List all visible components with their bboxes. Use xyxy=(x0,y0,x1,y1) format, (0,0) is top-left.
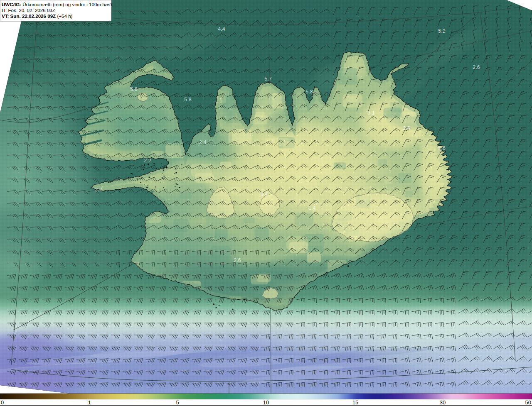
svg-text:5.6: 5.6 xyxy=(438,145,445,151)
svg-text:UWC/IG: Úrkomumætti (mm) og vi: UWC/IG: Úrkomumætti (mm) og vindur i 100… xyxy=(2,2,112,7)
svg-text:2.4: 2.4 xyxy=(199,139,206,145)
svg-text:50: 50 xyxy=(525,399,531,406)
svg-text:3.1: 3.1 xyxy=(367,110,374,116)
svg-text:5: 5 xyxy=(176,399,179,406)
svg-text:10: 10 xyxy=(263,399,269,406)
svg-text:VT: Sun. 22.02.2026 09Z (+54 h: VT: Sun. 22.02.2026 09Z (+54 h) xyxy=(2,13,73,19)
svg-text:5.8: 5.8 xyxy=(305,89,313,95)
svg-text:IT: Fös. 20. 02. 2026 03Z: IT: Fös. 20. 02. 2026 03Z xyxy=(2,7,55,13)
svg-text:5.2: 5.2 xyxy=(438,28,445,34)
svg-text:4.4: 4.4 xyxy=(218,26,225,32)
svg-text:1: 1 xyxy=(88,399,91,406)
svg-text:2.2: 2.2 xyxy=(95,187,102,193)
svg-text:5.7: 5.7 xyxy=(264,76,271,82)
svg-text:5.6: 5.6 xyxy=(130,86,137,92)
svg-text:5.8: 5.8 xyxy=(184,97,191,103)
svg-text:2.6: 2.6 xyxy=(403,125,410,131)
svg-text:1.4: 1.4 xyxy=(308,205,315,211)
svg-text:2.6: 2.6 xyxy=(234,257,241,263)
svg-text:15: 15 xyxy=(352,399,358,406)
svg-text:30: 30 xyxy=(440,399,446,406)
svg-text:1.4: 1.4 xyxy=(261,191,268,197)
svg-text:2.2: 2.2 xyxy=(144,158,151,164)
svg-text:0: 0 xyxy=(1,399,4,406)
svg-text:2.6: 2.6 xyxy=(473,64,480,70)
